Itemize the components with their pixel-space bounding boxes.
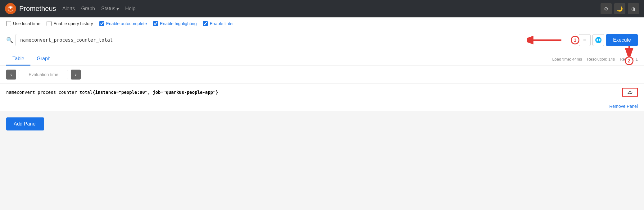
toolbar: Use local time Enable query history Enab… (0, 17, 644, 30)
query-area: 🔍 1 ≡ 🌐 Execute (0, 30, 644, 50)
navbar: Prometheus Alerts Graph Status ▾ Help ⚙ … (0, 0, 644, 17)
eval-time-label: Evaluation time (19, 70, 68, 79)
nav-help[interactable]: Help (125, 6, 135, 11)
chevron-down-icon: ▾ (116, 6, 119, 12)
resolution: Resolution: 14s (587, 57, 615, 62)
result-series: Results: 1 (620, 57, 638, 62)
remove-panel-row: Remove Panel (0, 101, 644, 111)
metric-label: nameconvert_process_counter_total{instan… (6, 90, 218, 95)
tabs: Table Graph (6, 53, 57, 66)
enable-highlighting-label[interactable]: Enable highlighting (153, 21, 197, 26)
enable-highlighting-checkbox[interactable] (153, 21, 158, 26)
contrast-button[interactable]: ◑ (628, 3, 639, 14)
prometheus-icon (5, 3, 16, 14)
nav-graph[interactable]: Graph (81, 6, 95, 11)
eval-time-row: ‹ Evaluation time › (0, 66, 644, 84)
table-row: nameconvert_process_counter_total{instan… (0, 84, 644, 101)
results-meta: Load time: 44ms Resolution: 14s Results:… (552, 57, 638, 62)
settings-button[interactable]: ⚙ (601, 3, 612, 14)
load-time: Load time: 44ms (552, 57, 582, 62)
prev-eval-button[interactable]: ‹ (6, 70, 16, 80)
next-eval-button[interactable]: › (71, 70, 81, 80)
enable-query-history-checkbox[interactable] (47, 21, 52, 26)
use-local-time-label[interactable]: Use local time (6, 21, 40, 26)
execute-wrapper: Execute 2 (606, 34, 638, 46)
brand: Prometheus (5, 3, 56, 14)
enable-query-history-label[interactable]: Enable query history (47, 21, 93, 26)
tab-table[interactable]: Table (6, 53, 30, 66)
brand-title: Prometheus (19, 5, 56, 13)
query-actions: ≡ 🌐 Execute 2 (579, 34, 638, 46)
add-panel-area: Add Panel (0, 111, 644, 137)
results-area: Table Graph Load time: 44ms Resolution: … (0, 50, 644, 111)
remove-panel-link[interactable]: Remove Panel (609, 104, 638, 109)
search-icon: 🔍 (6, 37, 13, 43)
enable-linter-label[interactable]: Enable linter (203, 21, 234, 26)
theme-button[interactable]: 🌙 (614, 3, 625, 14)
enable-autocomplete-checkbox[interactable] (99, 21, 104, 26)
use-local-time-checkbox[interactable] (6, 21, 11, 26)
metrics-explorer-button[interactable]: 🌐 (592, 34, 604, 46)
navbar-right: ⚙ 🌙 ◑ (601, 3, 639, 14)
tab-graph[interactable]: Graph (30, 53, 57, 66)
results-header: Table Graph Load time: 44ms Resolution: … (0, 50, 644, 66)
execute-button[interactable]: Execute (606, 34, 638, 46)
add-panel-button[interactable]: Add Panel (6, 117, 44, 130)
enable-linter-checkbox[interactable] (203, 21, 208, 26)
query-input[interactable] (16, 34, 576, 46)
svg-point-0 (9, 7, 11, 9)
enable-autocomplete-label[interactable]: Enable autocomplete (99, 21, 147, 26)
nav-status-dropdown[interactable]: Status ▾ (101, 6, 119, 12)
nav-alerts[interactable]: Alerts (62, 6, 75, 11)
metric-value: 25 (622, 88, 638, 97)
query-wrapper: 1 (16, 34, 576, 46)
navbar-left: Prometheus Alerts Graph Status ▾ Help (5, 3, 135, 14)
format-button[interactable]: ≡ (579, 34, 591, 46)
